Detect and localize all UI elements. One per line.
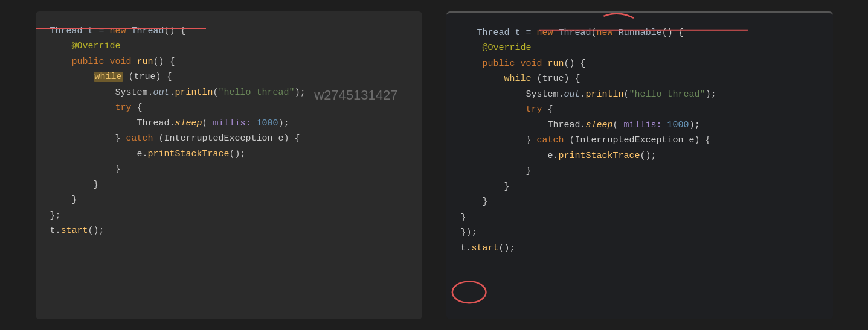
svg-point-2 xyxy=(452,281,486,303)
watermark: w2745131427 xyxy=(314,84,397,106)
code-right: Thread t = new Thread(new Runnable() { @… xyxy=(461,25,818,256)
code-left: Thread t = new Thread() { @Override publ… xyxy=(50,24,408,239)
code-panel-right: Thread t = new Thread(new Runnable() { @… xyxy=(446,11,833,319)
code-panel-left: Thread t = new Thread() { @Override publ… xyxy=(36,11,422,319)
